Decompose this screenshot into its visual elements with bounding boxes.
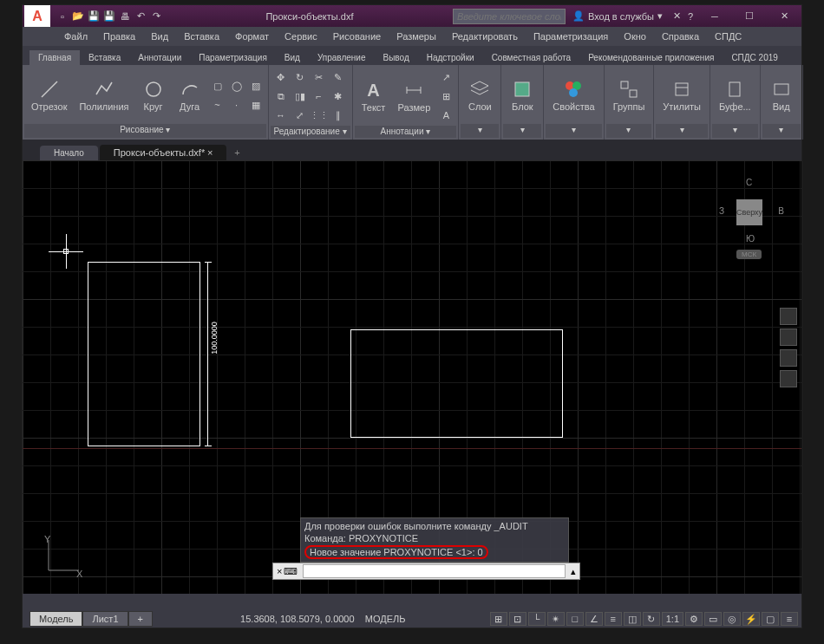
spline-icon[interactable]: ~ [209, 96, 226, 114]
workspace-icon[interactable]: ⚙ [685, 612, 703, 626]
space-label[interactable]: МОДЕЛЬ [365, 614, 406, 624]
customize-icon[interactable]: ≡ [781, 612, 798, 626]
copy-icon[interactable]: ⧉ [272, 88, 290, 105]
tab-featured[interactable]: Рекомендованные приложения [579, 50, 723, 65]
move-icon[interactable]: ✥ [272, 68, 290, 86]
monitor-icon[interactable]: ▭ [704, 612, 722, 626]
menu-tools[interactable]: Сервис [278, 29, 324, 43]
viewcube-top[interactable]: Сверху [736, 199, 762, 225]
menu-edit[interactable]: Правка [96, 29, 142, 43]
panel-annot-title[interactable]: Аннотации ▾ [355, 126, 457, 138]
layers-button[interactable]: Слои [462, 77, 497, 114]
close-button[interactable]: ✕ [767, 5, 801, 27]
ucs-icon[interactable]: YX [40, 536, 83, 581]
menu-view[interactable]: Вид [144, 29, 175, 43]
new-icon[interactable]: ▫ [56, 10, 69, 23]
nav-zoom-icon[interactable] [780, 349, 797, 367]
command-input[interactable] [303, 564, 566, 578]
wcs-badge[interactable]: МСК [736, 250, 762, 259]
menu-parametric[interactable]: Параметризация [526, 29, 615, 43]
utilities-button[interactable]: Утилиты [657, 77, 706, 114]
panel-utils-title[interactable]: ▾ [656, 124, 708, 138]
menu-draw[interactable]: Рисование [326, 29, 388, 43]
model-tab[interactable]: Модель [29, 611, 82, 627]
fillet-icon[interactable]: ⌐ [311, 88, 328, 105]
grid-toggle-icon[interactable]: ⊞ [490, 612, 507, 626]
transparency-icon[interactable]: ◫ [624, 612, 641, 626]
nav-pan-icon[interactable] [780, 329, 797, 346]
tab-insert[interactable]: Вставка [80, 50, 129, 65]
hatch-icon[interactable]: ▨ [247, 77, 265, 94]
tab-current-file[interactable]: Прокси-объекты.dxf* × [100, 145, 227, 160]
erase-icon[interactable]: ✎ [330, 68, 347, 86]
mirror-icon[interactable]: ▯▮ [291, 88, 309, 105]
tab-collaborate[interactable]: Совместная работа [483, 50, 580, 65]
tab-home[interactable]: Главная [29, 50, 80, 65]
properties-button[interactable]: Свойства [547, 77, 599, 114]
tab-parametric[interactable]: Параметризация [190, 50, 276, 65]
rotate-icon[interactable]: ↻ [291, 68, 309, 86]
cycling-icon[interactable]: ↻ [643, 612, 660, 626]
add-layout-button[interactable]: + [128, 611, 153, 627]
leader-icon[interactable]: ↗ [437, 68, 455, 86]
nav-orbit-icon[interactable] [780, 370, 797, 387]
rectangle-2[interactable] [350, 329, 563, 438]
explode-icon[interactable]: ✱ [330, 88, 347, 105]
ortho-toggle-icon[interactable]: └ [528, 612, 546, 626]
isolate-icon[interactable]: ◎ [723, 612, 741, 626]
view-button[interactable]: Вид [764, 77, 799, 114]
exchange-icon[interactable]: ✕ [670, 10, 683, 23]
panel-clipboard-title[interactable]: ▾ [712, 124, 758, 138]
cmd-chevron-up-icon[interactable]: ▴ [567, 566, 579, 577]
table-icon[interactable]: ⊞ [437, 88, 455, 105]
array-icon[interactable]: ⋮⋮ [311, 107, 328, 124]
stretch-icon[interactable]: ↔ [272, 107, 290, 124]
panel-modify-title[interactable]: Редактирование ▾ [271, 126, 350, 138]
clipboard-button[interactable]: Буфе... [714, 77, 756, 114]
command-line[interactable]: × ⌨ ▴ [272, 563, 580, 580]
menu-format[interactable]: Формат [228, 29, 276, 43]
dimension-button[interactable]: Размер [393, 78, 436, 114]
trim-icon[interactable]: ✂ [311, 68, 328, 86]
save-icon[interactable]: 💾 [87, 10, 101, 23]
lineweight-icon[interactable]: ≡ [605, 612, 622, 626]
point-icon[interactable]: · [228, 96, 245, 114]
open-icon[interactable]: 📂 [71, 10, 85, 23]
panel-view-title[interactable]: ▾ [762, 124, 801, 138]
drawing-canvas[interactable]: for(let i=0;i<30;i++){document.write('<d… [23, 160, 801, 594]
tab-start[interactable]: Начало [40, 146, 98, 160]
plot-icon[interactable]: 🖶 [118, 10, 132, 23]
panel-draw-title[interactable]: Рисование ▾ [24, 124, 266, 138]
tab-addins[interactable]: Надстройки [418, 50, 483, 65]
otrack-toggle-icon[interactable]: ∠ [585, 612, 603, 626]
tab-manage[interactable]: Управление [309, 50, 375, 65]
search-input[interactable] [453, 9, 566, 24]
panel-props-title[interactable]: ▾ [546, 124, 601, 138]
dimension-text[interactable]: 100.0000 [210, 322, 219, 355]
maximize-button[interactable]: ☐ [732, 5, 767, 27]
redo-icon[interactable]: ↷ [149, 10, 163, 23]
minimize-button[interactable]: ─ [697, 5, 732, 27]
cmd-close-icon[interactable]: × [277, 566, 282, 577]
cleanscreen-icon[interactable]: ▢ [762, 612, 779, 626]
undo-icon[interactable]: ↶ [134, 10, 147, 23]
menu-modify[interactable]: Редактировать [445, 29, 525, 43]
signin-button[interactable]: 👤 Вход в службы ▾ [566, 10, 670, 22]
nav-wheel-icon[interactable] [780, 308, 797, 325]
groups-button[interactable]: Группы [608, 77, 651, 114]
add-tab-button[interactable]: + [228, 145, 245, 160]
panel-groups-title[interactable]: ▾ [606, 124, 652, 138]
panel-layers-title[interactable]: ▾ [461, 124, 499, 138]
menu-file[interactable]: Файл [57, 29, 95, 43]
menu-dimension[interactable]: Размеры [389, 29, 443, 43]
rectangle-1[interactable] [88, 262, 200, 446]
help-icon[interactable]: ? [683, 10, 697, 23]
polar-toggle-icon[interactable]: ✴ [547, 612, 565, 626]
block-button[interactable]: Блок [505, 77, 540, 114]
app-logo[interactable]: A [24, 5, 50, 27]
menu-help[interactable]: Справка [655, 29, 706, 43]
tab-annotate[interactable]: Аннотации [129, 50, 190, 65]
text-button[interactable]: АТекст [356, 79, 391, 114]
snap-toggle-icon[interactable]: ⊡ [509, 612, 526, 626]
viewcube[interactable]: С В Ю З Сверху МСК [715, 173, 784, 260]
